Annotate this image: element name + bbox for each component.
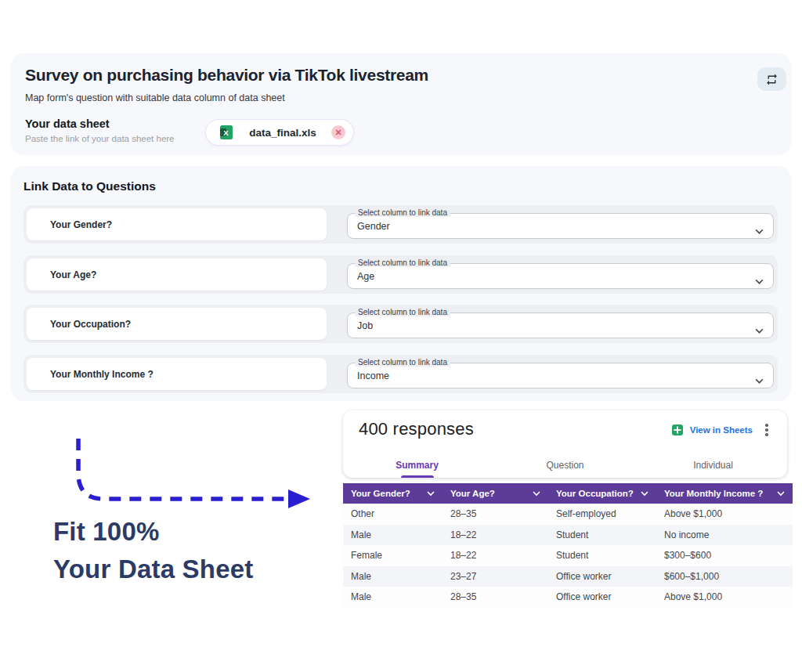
chevron-down-icon <box>533 491 540 497</box>
link-row: Your Age?Select column to link dataAge <box>23 255 778 294</box>
google-sheets-icon <box>671 424 684 436</box>
table-row: Female18–22Student$300–$600 <box>343 545 793 566</box>
table-cell: Other <box>343 504 443 525</box>
chevron-down-icon <box>755 224 764 238</box>
page-title: Survey on purchasing behavior via TikTok… <box>25 66 428 85</box>
table-row: Male28–35Office workerAbove $1,000 <box>343 587 793 608</box>
view-in-sheets-link[interactable]: View in Sheets <box>671 422 753 438</box>
table-cell: Office worker <box>548 587 656 608</box>
chevron-down-icon <box>755 274 764 288</box>
question-card: Your Gender? <box>27 208 327 240</box>
table-cell: 18–22 <box>443 545 548 566</box>
column-header-label: Your Monthly Income ? <box>664 489 763 498</box>
table-row: Male23–27Office worker$600–$1,000 <box>343 566 793 587</box>
survey-header-card: Survey on purchasing behavior via TikTok… <box>11 53 791 155</box>
select-value: Job <box>348 320 373 331</box>
view-in-sheets-label: View in Sheets <box>690 425 753 435</box>
kebab-menu-icon[interactable] <box>759 421 775 439</box>
responses-count: 400 responses <box>359 419 474 439</box>
table-column-header[interactable]: Your Monthly Income ? <box>656 483 793 504</box>
column-select[interactable]: Select column to link dataIncome <box>347 363 774 388</box>
table-cell: $300–$600 <box>656 545 793 566</box>
question-card: Your Occupation? <box>27 308 327 340</box>
data-sheet-hint: Paste the link of your data sheet here <box>25 134 175 143</box>
select-value: Age <box>348 271 374 282</box>
responses-card: 400 responses View in Sheets SummaryQues… <box>343 410 787 478</box>
table-cell: Female <box>343 545 443 566</box>
link-row: Your Occupation?Select column to link da… <box>23 305 778 343</box>
chevron-down-icon <box>427 491 435 497</box>
table-cell: 28–35 <box>443 587 548 608</box>
callout-line1: Fit 100% <box>53 513 253 551</box>
data-sheet-file-chip[interactable]: X data_final.xls ✕ <box>205 119 354 146</box>
callout-text: Fit 100% Your Data Sheet <box>53 513 253 588</box>
column-header-label: Your Gender? <box>351 489 410 498</box>
question-label: Your Gender? <box>50 219 112 230</box>
section-heading: Link Data to Questions <box>23 179 156 193</box>
table-body: Other28–35Self-employedAbove $1,000Male1… <box>343 504 793 608</box>
question-label: Your Occupation? <box>50 319 131 330</box>
table-cell: Self-employed <box>548 504 656 525</box>
svg-text:X: X <box>223 128 229 137</box>
question-card: Your Monthly Income ? <box>27 358 327 390</box>
column-header-label: Your Age? <box>450 489 495 498</box>
select-floating-label: Select column to link data <box>355 308 450 316</box>
data-sheet-label: Your data sheet <box>25 117 110 130</box>
callout-line2: Your Data Sheet <box>53 551 253 588</box>
dashed-arrow <box>47 429 321 515</box>
tab-question[interactable]: Question <box>491 453 639 478</box>
column-select[interactable]: Select column to link dataGender <box>347 213 774 239</box>
chevron-down-icon <box>755 328 764 334</box>
chevron-down-icon <box>755 229 764 235</box>
table-cell: $600–$1,000 <box>656 566 793 587</box>
table-cell: Male <box>343 587 443 608</box>
chevron-down-icon <box>755 323 764 338</box>
table-cell: 28–35 <box>443 504 548 525</box>
table-column-header[interactable]: Your Occupation? <box>548 483 656 504</box>
tab-active-underline <box>401 475 434 479</box>
chevron-down-icon <box>641 491 648 497</box>
tab-individual[interactable]: Individual <box>639 453 787 478</box>
select-value: Gender <box>348 221 390 232</box>
table-row: Male18–22StudentNo income <box>343 525 793 546</box>
table-cell: Male <box>343 566 443 587</box>
responses-tabs: SummaryQuestionIndividual <box>343 453 787 478</box>
link-data-card: Link Data to Questions Your Gender?Selec… <box>11 166 791 401</box>
excel-file-icon: X <box>219 125 234 140</box>
table-cell: No income <box>656 525 793 546</box>
table-cell: Student <box>548 545 656 566</box>
column-select[interactable]: Select column to link dataJob <box>347 313 774 338</box>
select-floating-label: Select column to link data <box>355 208 450 217</box>
table-column-header[interactable]: Your Gender? <box>343 483 443 504</box>
table-cell: Male <box>343 525 443 546</box>
table-row: Other28–35Self-employedAbove $1,000 <box>343 504 793 525</box>
select-floating-label: Select column to link data <box>355 358 450 367</box>
table-cell: 18–22 <box>443 525 548 546</box>
chevron-down-icon <box>755 374 764 388</box>
chevron-down-icon <box>777 491 785 497</box>
question-label: Your Age? <box>50 269 96 280</box>
page-subtitle: Map form's question with suitable data c… <box>25 92 285 103</box>
responses-table: Your Gender?Your Age?Your Occupation?You… <box>343 483 793 608</box>
table-header-row: Your Gender?Your Age?Your Occupation?You… <box>343 483 793 504</box>
link-row: Your Gender?Select column to link dataGe… <box>23 205 778 244</box>
table-cell: 23–27 <box>443 566 548 587</box>
table-column-header[interactable]: Your Age? <box>443 483 548 504</box>
link-row: Your Monthly Income ?Select column to li… <box>23 355 778 393</box>
question-label: Your Monthly Income ? <box>50 369 154 380</box>
chevron-down-icon <box>755 378 764 385</box>
table-cell: Student <box>548 525 656 546</box>
tab-summary[interactable]: Summary <box>343 453 491 478</box>
column-header-label: Your Occupation? <box>556 489 634 498</box>
table-cell: Above $1,000 <box>656 587 793 608</box>
select-value: Income <box>348 370 389 381</box>
table-cell: Office worker <box>548 566 656 587</box>
close-icon[interactable]: ✕ <box>331 125 345 139</box>
column-select[interactable]: Select column to link dataAge <box>347 263 774 289</box>
sync-button[interactable] <box>757 67 786 91</box>
select-floating-label: Select column to link data <box>355 258 450 267</box>
file-name: data_final.xls <box>234 127 331 139</box>
table-cell: Above $1,000 <box>656 504 793 525</box>
question-card: Your Age? <box>27 258 327 291</box>
chevron-down-icon <box>755 279 764 285</box>
